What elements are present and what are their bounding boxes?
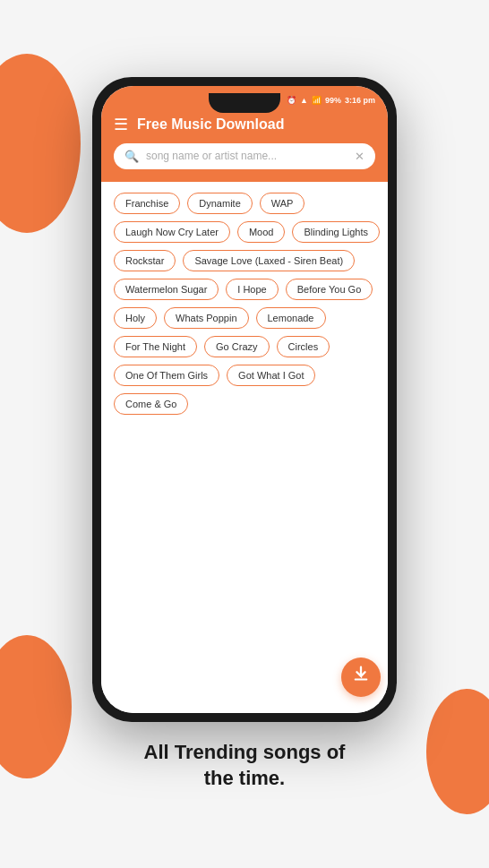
tag-row: HolyWhats PoppinLemonade: [114, 307, 375, 329]
tag-row: RockstarSavage Love (Laxed - Siren Beat): [114, 250, 375, 271]
tag-chip[interactable]: One Of Them Girls: [114, 365, 219, 386]
phone-notch: [209, 93, 280, 113]
background-blob-bottom-left: [0, 635, 72, 778]
bottom-tagline: All Trending songs ofthe time.: [144, 740, 346, 791]
hamburger-menu-icon[interactable]: ☰: [114, 116, 128, 133]
tag-chip[interactable]: WAP: [260, 193, 305, 214]
tag-chip[interactable]: Rockstar: [114, 250, 176, 271]
tag-chip[interactable]: I Hope: [226, 279, 278, 300]
tag-chip[interactable]: Mood: [237, 221, 286, 243]
tag-chip[interactable]: Got What I Got: [227, 365, 315, 386]
tag-chip[interactable]: Go Crazy: [204, 336, 269, 357]
tag-row: Watermelon SugarI HopeBefore You Go: [114, 279, 375, 300]
tag-chip[interactable]: Franchise: [114, 193, 180, 214]
svg-rect-0: [355, 679, 368, 681]
battery-level: 99%: [325, 96, 341, 105]
download-fab-icon: [351, 665, 371, 689]
tag-chip[interactable]: Lemonade: [256, 307, 326, 329]
tag-row: FranchiseDynamiteWAP: [114, 193, 375, 214]
fab-container: [341, 657, 381, 697]
tag-chip[interactable]: Come & Go: [114, 393, 188, 415]
status-icons: ⏰ ▲ 📶 99% 3:16 pm: [287, 96, 375, 105]
alarm-icon: ⏰: [287, 96, 296, 105]
search-container: 🔍 song name or artist name... ✕: [101, 143, 388, 182]
tag-row: One Of Them GirlsGot What I Got: [114, 365, 375, 386]
tag-chip[interactable]: Dynamite: [187, 193, 252, 214]
tag-row: For The NightGo CrazyCircles: [114, 336, 375, 357]
tag-chip[interactable]: Holy: [114, 307, 157, 329]
signal-icon: 📶: [312, 96, 322, 105]
tag-chip[interactable]: Savage Love (Laxed - Siren Beat): [183, 250, 355, 271]
tag-chip[interactable]: Laugh Now Cry Later: [114, 221, 230, 243]
phone-screen: ⏰ ▲ 📶 99% 3:16 pm ☰ Free Music Download …: [101, 86, 388, 713]
phone-frame: ⏰ ▲ 📶 99% 3:16 pm ☰ Free Music Download …: [92, 77, 397, 722]
search-icon: 🔍: [124, 150, 139, 163]
tag-row: Laugh Now Cry LaterMoodBlinding Lights: [114, 221, 375, 243]
background-blob-bottom-right: [426, 689, 489, 814]
app-title: Free Music Download: [137, 116, 375, 133]
tag-chip[interactable]: Before You Go: [286, 279, 373, 300]
app-header: ☰ Free Music Download: [101, 111, 388, 143]
tag-chip[interactable]: Blinding Lights: [292, 221, 380, 243]
tag-chip[interactable]: For The Night: [114, 336, 197, 357]
search-placeholder[interactable]: song name or artist name...: [146, 150, 347, 162]
tag-row: Come & Go: [114, 393, 375, 415]
tag-chip[interactable]: Circles: [277, 336, 330, 357]
tags-area: FranchiseDynamiteWAPLaugh Now Cry LaterM…: [101, 182, 388, 713]
tag-chip[interactable]: Whats Poppin: [164, 307, 248, 329]
time-display: 3:16 pm: [345, 96, 375, 105]
wifi-icon: ▲: [300, 96, 308, 105]
search-clear-icon[interactable]: ✕: [355, 150, 365, 163]
background-blob-top-left: [0, 54, 81, 233]
download-fab-button[interactable]: [341, 657, 381, 697]
search-bar[interactable]: 🔍 song name or artist name... ✕: [114, 143, 375, 169]
tag-chip[interactable]: Watermelon Sugar: [114, 279, 219, 300]
